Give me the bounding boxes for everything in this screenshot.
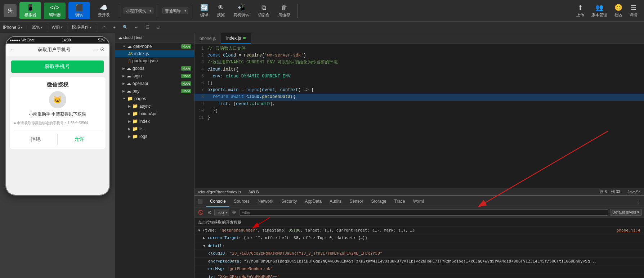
console-line-detail: ▼ detail: — [194, 242, 644, 250]
phone-auth-name: 小南瓜助手 申请获得以下权限 — [14, 111, 101, 117]
editor-area: phone.js index.js 1 // 云函数入口文件 — [194, 33, 644, 195]
file-item-getphone[interactable]: ▼ ☁ getPhone Node — [115, 42, 194, 50]
console-link-phonejs[interactable]: phone.js:4 — [617, 228, 640, 234]
file-item-goods[interactable]: ▶ ☁ goods Node — [115, 64, 194, 72]
devtools-level-select[interactable]: Default levels ▾ — [610, 209, 642, 216]
phone-more-icon: ··· — [94, 47, 97, 52]
phone-device: ●●●●● WeChat 14:30 52% ← 获取用户手机号 ··· ⦿ 获… — [5, 36, 110, 196]
console-filter-input[interactable] — [239, 209, 608, 216]
devtools-back-button[interactable]: ⬛ — [196, 196, 204, 207]
tab-console[interactable]: Console — [206, 196, 229, 207]
tab-security[interactable]: Security — [278, 196, 300, 207]
menu-button[interactable]: ☰ — [143, 24, 151, 30]
current-target-arrow[interactable]: ▶ — [203, 236, 205, 240]
real-debug-button[interactable]: 📲 真机调试 — [231, 3, 252, 18]
file-item-openapi[interactable]: ▶ ☁ openapi Node — [115, 80, 194, 87]
file-item-list[interactable]: ▶ 📁 list — [115, 125, 194, 133]
console-line-currenttarget: ▶ currentTarget: {id: "", offsetLeft: 68… — [194, 234, 644, 242]
folder-arrow-icon9: ▶ — [128, 135, 131, 138]
tab-wxml[interactable]: Wxml — [410, 196, 428, 207]
expand-arrow-icon: ▼ — [122, 45, 126, 48]
divider8 — [96, 24, 96, 31]
upload-button[interactable]: ⬆ 上传 — [573, 3, 587, 18]
divider5 — [27, 24, 27, 31]
cursor-position: 行 8，列 33 — [599, 189, 620, 194]
right-panel: ☁ cloud | test ▼ ☁ getPhone Node JS inde… — [115, 33, 644, 278]
phone-header-icons: ··· ⦿ — [94, 47, 104, 52]
obj-expand-arrow[interactable]: ▼ — [198, 228, 200, 232]
top-select[interactable]: top — [216, 210, 229, 215]
more-button[interactable]: ··· — [133, 24, 140, 30]
cloud-button[interactable]: ☁️ 云开发 — [93, 2, 115, 19]
rotate-button[interactable]: ⟳ — [100, 24, 108, 30]
search-button[interactable]: 🔍 — [121, 24, 130, 30]
editor-file-info: /cloud/getPhone/index.js 349 B 行 8，列 33 … — [194, 188, 644, 195]
file-item-index-js[interactable]: JS index.js — [115, 50, 194, 57]
tab-index-js[interactable]: index.js — [221, 33, 251, 44]
get-phone-button[interactable]: 获取手机号 — [11, 60, 104, 73]
detail-arrow[interactable]: ▼ — [203, 244, 205, 248]
phone-time: 14:30 — [62, 38, 71, 42]
device-chevron-icon: ▾ — [21, 25, 22, 29]
devtools-more-button[interactable]: ⋮ — [635, 198, 643, 205]
simulator-button[interactable]: 📱 模拟器 — [19, 2, 41, 19]
file-item-async[interactable]: ▶ 📁 async — [115, 102, 194, 110]
compile-button[interactable]: 🔄 编译 — [197, 3, 211, 18]
divider — [119, 4, 119, 18]
phone-page-title: 获取用户手机号 — [38, 46, 71, 53]
expand-button[interactable]: ⊡ — [154, 24, 162, 30]
sim-ops-wrapper[interactable]: 模拟操作 ▾ — [72, 24, 91, 30]
debug-button[interactable]: ⬛ 调试 — [68, 2, 90, 19]
file-item-login[interactable]: ▶ ☁ login Node — [115, 72, 194, 80]
detail-button[interactable]: ☰ 详情 — [627, 3, 640, 18]
editor-button[interactable]: </> 编辑器 — [44, 3, 66, 19]
tab-appdata[interactable]: AppData — [301, 196, 325, 207]
console-stop-button[interactable]: ⊘ — [206, 209, 213, 216]
preview-button[interactable]: 👁 预览 — [214, 3, 228, 18]
console-line-obj: ▼ {type: "getphonenumber", timeStamp: 85… — [194, 227, 644, 235]
allow-button[interactable]: 允许 — [57, 134, 101, 145]
mode-select-wrapper[interactable]: 小程序模式 ▾ — [124, 8, 153, 14]
wifi-chevron-icon: ▾ — [61, 25, 63, 29]
code-line-3: 3 //这里用DYNAMIC_CURRENT_ENV 可以默认初始化为你当前的环… — [194, 59, 644, 66]
console-line-info: 点击按钮获取的开发数据 — [194, 219, 644, 227]
code-line-8: 8 return await cloud.getOpenData({ — [194, 94, 644, 100]
wifi-select-wrapper[interactable]: WiFi ▾ — [52, 25, 63, 30]
file-item-pages[interactable]: ▼ 📁 pages — [115, 95, 194, 102]
backend-button[interactable]: ⧉ 切后台 — [255, 3, 273, 18]
folder-arrow-icon8: ▶ — [128, 127, 131, 131]
file-item-pay[interactable]: ▶ ☁ pay Node — [115, 87, 194, 95]
version-button[interactable]: 👥 版本管理 — [589, 3, 610, 18]
code-line-2: 2 const cloud = require('wx-server-sdk') — [194, 52, 644, 59]
tab-audits[interactable]: Audits — [326, 196, 345, 207]
console-clear-button[interactable]: 🚫 — [197, 209, 205, 216]
file-item-index[interactable]: ▶ 📁 index — [115, 117, 194, 125]
file-item-logs[interactable]: ▶ 📁 logs — [115, 133, 194, 140]
nodejs-badge-goods: Node — [181, 66, 191, 71]
tab-sources[interactable]: Sources — [230, 196, 253, 207]
zoom-select-wrapper[interactable]: 85% ▾ — [31, 25, 43, 30]
divider7 — [67, 24, 67, 31]
file-item-baiduapi[interactable]: ▶ 📁 baiduApi — [115, 110, 194, 117]
top-select-wrapper[interactable]: top ▾ — [214, 209, 229, 216]
reject-button[interactable]: 拒绝 — [14, 134, 58, 145]
tab-phone-js[interactable]: phone.js — [194, 33, 221, 44]
clear-cache-button[interactable]: 🗑 清缓存 — [276, 3, 293, 18]
tab-sensor[interactable]: Sensor — [346, 196, 367, 207]
console-eye-button[interactable]: 👁 — [231, 209, 238, 216]
mode-select[interactable]: 小程序模式 — [124, 8, 153, 14]
file-item-package-json[interactable]: {} package.json — [115, 57, 194, 64]
device-select-wrapper[interactable]: iPhone 5 ▾ — [3, 25, 22, 30]
add-page-button[interactable]: + — [111, 24, 117, 30]
compile-select[interactable]: 普通编译 — [162, 8, 188, 14]
compile-select-wrapper[interactable]: 普通编译 ▾ — [162, 8, 188, 14]
tab-network[interactable]: Network — [254, 196, 277, 207]
editor-content[interactable]: 1 // 云函数入口文件 2 const cloud = require('wx… — [194, 44, 644, 188]
phone-auth-title: 微信授权 — [14, 81, 101, 88]
phone-status-bar: ●●●●● WeChat 14:30 52% — [6, 37, 109, 44]
community-button[interactable]: 😊 社区 — [612, 3, 625, 18]
tab-trace[interactable]: Trace — [391, 196, 409, 207]
tab-phone-js-label: phone.js — [200, 36, 216, 41]
phone-battery: 52% — [98, 38, 105, 42]
tab-storage[interactable]: Storage — [368, 196, 390, 207]
